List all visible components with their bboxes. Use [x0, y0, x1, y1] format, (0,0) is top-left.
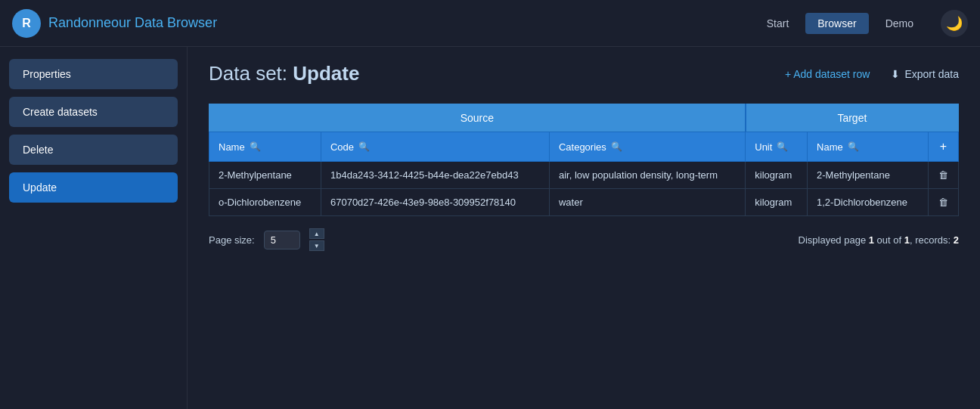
data-table: Source Target Name 🔍 Code 🔍: [209, 104, 959, 216]
export-icon: ⬇: [891, 68, 900, 80]
sidebar: Properties Create datasets Delete Update: [0, 47, 188, 409]
group-target-header: Target: [746, 104, 959, 132]
logo-letter: R: [22, 17, 31, 30]
col-header-code: Code 🔍: [321, 132, 549, 162]
sidebar-item-create-datasets[interactable]: Create datasets: [9, 97, 178, 127]
col-code-search-icon[interactable]: 🔍: [358, 141, 370, 152]
col-unit-label: Unit: [755, 141, 772, 153]
header-actions: + Add dataset row ⬇ Export data: [785, 68, 959, 80]
row2-delete-button[interactable]: 🗑: [929, 189, 959, 216]
row1-name: 2-Methylpentane: [209, 162, 321, 189]
col-code-label: Code: [330, 141, 354, 153]
row2-target-name: 1,2-Dichlorobenzene: [808, 189, 929, 216]
nav-links: Start Browser Demo: [755, 13, 926, 34]
row2-code: 67070d27-426e-43e9-98e8-309952f78140: [321, 189, 549, 216]
col-name-label: Name: [219, 141, 245, 153]
col-header-categories: Categories 🔍: [549, 132, 745, 162]
nav-start[interactable]: Start: [755, 13, 802, 34]
col-header-target-name: Name 🔍: [808, 132, 929, 162]
col-header-name: Name 🔍: [209, 132, 321, 162]
col-categories-search-icon[interactable]: 🔍: [611, 141, 622, 152]
col-name-search-icon[interactable]: 🔍: [250, 141, 261, 152]
topnav-right: 🌙: [941, 10, 968, 37]
spinner-up[interactable]: ▲: [309, 228, 324, 239]
export-label: Export data: [904, 68, 959, 80]
top-nav: R Randonneour Data Browser Start Browser…: [0, 0, 980, 47]
theme-toggle[interactable]: 🌙: [941, 10, 968, 37]
sidebar-item-update[interactable]: Update: [9, 172, 178, 203]
col-header-row: Name 🔍 Code 🔍 Categories 🔍: [209, 132, 959, 162]
logo-icon: R: [12, 9, 41, 38]
page-size-input[interactable]: [264, 231, 300, 249]
row2-name: o-Dichlorobenzene: [209, 189, 321, 216]
table-row: 2-Methylpentane 1b4da243-3412-4425-b44e-…: [209, 162, 959, 189]
group-header-row: Source Target: [209, 104, 959, 132]
total-pages: 1: [904, 234, 910, 246]
page-size-label: Page size:: [209, 234, 255, 246]
main-layout: Properties Create datasets Delete Update…: [0, 47, 980, 409]
logo-area: R Randonneour Data Browser: [12, 9, 755, 38]
page-info: Displayed page 1 out of 1, records: 2: [333, 234, 959, 246]
total-records: 2: [954, 234, 959, 246]
page-size-spinner[interactable]: ▲ ▼: [309, 228, 324, 251]
row2-categories: water: [549, 189, 745, 216]
current-page: 1: [869, 234, 874, 246]
nav-browser[interactable]: Browser: [805, 13, 868, 34]
main-content: Data set: Update + Add dataset row ⬇ Exp…: [188, 47, 980, 409]
row1-delete-button[interactable]: 🗑: [929, 162, 959, 189]
col-unit-search-icon[interactable]: 🔍: [777, 141, 788, 152]
out-of-label: out of: [874, 234, 904, 246]
sidebar-item-properties[interactable]: Properties: [9, 59, 178, 89]
sidebar-item-delete[interactable]: Delete: [9, 135, 178, 165]
col-target-name-label: Name: [817, 141, 843, 153]
records-label: , records:: [910, 234, 954, 246]
app-title: Randonneour Data Browser: [48, 15, 217, 31]
add-dataset-row-button[interactable]: + Add dataset row: [785, 68, 870, 80]
spinner-down[interactable]: ▼: [309, 240, 324, 251]
col-target-name-search-icon[interactable]: 🔍: [848, 141, 859, 152]
page-info-prefix: Displayed page: [799, 234, 869, 246]
add-column-icon[interactable]: +: [940, 140, 947, 153]
col-header-add[interactable]: +: [929, 132, 959, 162]
table-row: o-Dichlorobenzene 67070d27-426e-43e9-98e…: [209, 189, 959, 216]
export-data-button[interactable]: ⬇ Export data: [891, 68, 959, 80]
pagination-bar: Page size: ▲ ▼ Displayed page 1 out of 1…: [209, 228, 959, 251]
row2-unit: kilogram: [746, 189, 808, 216]
col-categories-label: Categories: [559, 141, 606, 153]
col-header-unit: Unit 🔍: [746, 132, 808, 162]
row1-target-name: 2-Methylpentane: [808, 162, 929, 189]
row1-code: 1b4da243-3412-4425-b44e-dea22e7ebd43: [321, 162, 549, 189]
add-row-label: + Add dataset row: [785, 68, 870, 80]
group-source-header: Source: [209, 104, 746, 132]
nav-demo[interactable]: Demo: [873, 13, 926, 34]
page-header: Data set: Update + Add dataset row ⬇ Exp…: [209, 62, 959, 85]
page-title-bold: Update: [293, 62, 359, 85]
page-title: Data set: Update: [209, 62, 785, 85]
row1-categories: air, low population density, long-term: [549, 162, 745, 189]
row1-unit: kilogram: [746, 162, 808, 189]
page-title-prefix: Data set:: [209, 62, 293, 85]
